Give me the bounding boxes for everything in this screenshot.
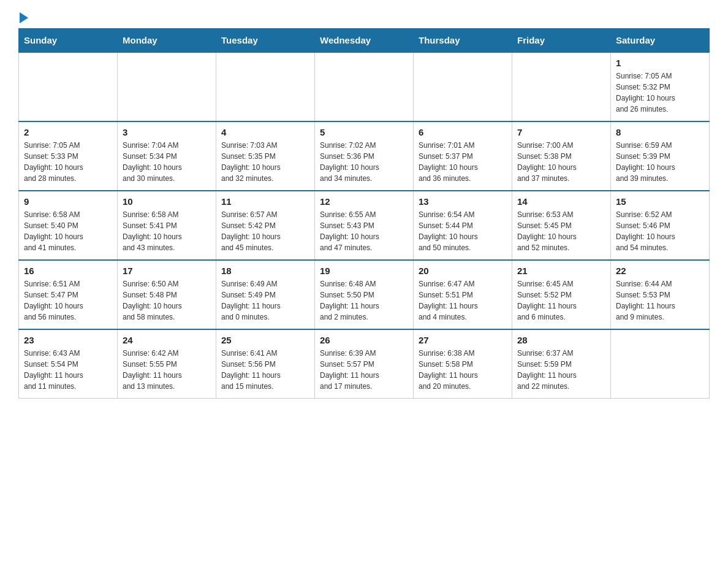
calendar-cell [315, 52, 414, 121]
day-number: 14 [517, 196, 605, 207]
calendar-table: SundayMondayTuesdayWednesdayThursdayFrid… [18, 28, 710, 399]
calendar-cell: 2Sunrise: 7:05 AM Sunset: 5:33 PM Daylig… [19, 121, 118, 191]
calendar-cell: 15Sunrise: 6:52 AM Sunset: 5:46 PM Dayli… [611, 191, 710, 260]
day-number: 4 [221, 127, 309, 137]
calendar-cell: 11Sunrise: 6:57 AM Sunset: 5:42 PM Dayli… [216, 191, 315, 260]
calendar-cell: 6Sunrise: 7:01 AM Sunset: 5:37 PM Daylig… [414, 121, 512, 191]
day-number: 24 [123, 335, 211, 345]
day-number: 2 [24, 127, 112, 137]
day-info: Sunrise: 7:04 AM Sunset: 5:34 PM Dayligh… [123, 140, 211, 184]
week-row-4: 16Sunrise: 6:51 AM Sunset: 5:47 PM Dayli… [19, 260, 710, 329]
calendar-cell: 17Sunrise: 6:50 AM Sunset: 5:48 PM Dayli… [118, 260, 216, 329]
day-number: 23 [24, 335, 112, 345]
day-info: Sunrise: 6:57 AM Sunset: 5:42 PM Dayligh… [221, 209, 309, 253]
column-header-saturday: Saturday [611, 29, 710, 53]
day-info: Sunrise: 7:01 AM Sunset: 5:37 PM Dayligh… [419, 140, 507, 184]
day-info: Sunrise: 7:05 AM Sunset: 5:32 PM Dayligh… [616, 71, 704, 115]
calendar-cell [414, 52, 512, 121]
day-info: Sunrise: 6:54 AM Sunset: 5:44 PM Dayligh… [419, 209, 507, 253]
calendar-cell: 7Sunrise: 7:00 AM Sunset: 5:38 PM Daylig… [512, 121, 611, 191]
day-info: Sunrise: 6:58 AM Sunset: 5:40 PM Dayligh… [24, 209, 112, 253]
day-number: 13 [419, 196, 507, 207]
day-number: 28 [517, 335, 605, 345]
day-info: Sunrise: 6:49 AM Sunset: 5:49 PM Dayligh… [221, 278, 309, 323]
day-number: 3 [123, 127, 211, 137]
calendar-cell: 1Sunrise: 7:05 AM Sunset: 5:32 PM Daylig… [611, 52, 710, 121]
column-header-friday: Friday [512, 29, 611, 53]
week-row-2: 2Sunrise: 7:05 AM Sunset: 5:33 PM Daylig… [19, 121, 710, 191]
day-info: Sunrise: 6:41 AM Sunset: 5:56 PM Dayligh… [221, 348, 309, 392]
day-info: Sunrise: 6:37 AM Sunset: 5:59 PM Dayligh… [517, 348, 605, 392]
page-header [18, 12, 710, 22]
calendar-cell: 23Sunrise: 6:43 AM Sunset: 5:54 PM Dayli… [19, 329, 118, 399]
calendar-cell: 21Sunrise: 6:45 AM Sunset: 5:52 PM Dayli… [512, 260, 611, 329]
week-row-3: 9Sunrise: 6:58 AM Sunset: 5:40 PM Daylig… [19, 191, 710, 260]
day-info: Sunrise: 6:44 AM Sunset: 5:53 PM Dayligh… [616, 278, 704, 323]
calendar-cell: 8Sunrise: 6:59 AM Sunset: 5:39 PM Daylig… [611, 121, 710, 191]
calendar-cell: 16Sunrise: 6:51 AM Sunset: 5:47 PM Dayli… [19, 260, 118, 329]
day-number: 5 [320, 127, 408, 137]
day-info: Sunrise: 6:59 AM Sunset: 5:39 PM Dayligh… [616, 140, 704, 184]
calendar-cell: 9Sunrise: 6:58 AM Sunset: 5:40 PM Daylig… [19, 191, 118, 260]
day-info: Sunrise: 7:02 AM Sunset: 5:36 PM Dayligh… [320, 140, 408, 184]
day-info: Sunrise: 6:50 AM Sunset: 5:48 PM Dayligh… [123, 278, 211, 323]
day-info: Sunrise: 6:48 AM Sunset: 5:50 PM Dayligh… [320, 278, 408, 323]
day-info: Sunrise: 6:38 AM Sunset: 5:58 PM Dayligh… [419, 348, 507, 392]
day-info: Sunrise: 7:03 AM Sunset: 5:35 PM Dayligh… [221, 140, 309, 184]
column-header-thursday: Thursday [414, 29, 512, 53]
calendar-cell: 28Sunrise: 6:37 AM Sunset: 5:59 PM Dayli… [512, 329, 611, 399]
day-number: 6 [419, 127, 507, 137]
day-info: Sunrise: 6:51 AM Sunset: 5:47 PM Dayligh… [24, 278, 112, 323]
calendar-cell: 22Sunrise: 6:44 AM Sunset: 5:53 PM Dayli… [611, 260, 710, 329]
calendar-cell: 4Sunrise: 7:03 AM Sunset: 5:35 PM Daylig… [216, 121, 315, 191]
calendar-header-row: SundayMondayTuesdayWednesdayThursdayFrid… [19, 29, 710, 53]
calendar-cell: 27Sunrise: 6:38 AM Sunset: 5:58 PM Dayli… [414, 329, 512, 399]
calendar-cell [19, 52, 118, 121]
column-header-monday: Monday [118, 29, 216, 53]
day-info: Sunrise: 7:05 AM Sunset: 5:33 PM Dayligh… [24, 140, 112, 184]
calendar-cell: 10Sunrise: 6:58 AM Sunset: 5:41 PM Dayli… [118, 191, 216, 260]
day-info: Sunrise: 7:00 AM Sunset: 5:38 PM Dayligh… [517, 140, 605, 184]
calendar-cell: 3Sunrise: 7:04 AM Sunset: 5:34 PM Daylig… [118, 121, 216, 191]
calendar-cell [118, 52, 216, 121]
day-info: Sunrise: 6:58 AM Sunset: 5:41 PM Dayligh… [123, 209, 211, 253]
logo [18, 12, 28, 22]
day-number: 26 [320, 335, 408, 345]
day-number: 21 [517, 266, 605, 276]
day-number: 10 [123, 196, 211, 207]
column-header-sunday: Sunday [19, 29, 118, 53]
calendar-cell: 24Sunrise: 6:42 AM Sunset: 5:55 PM Dayli… [118, 329, 216, 399]
calendar-cell: 20Sunrise: 6:47 AM Sunset: 5:51 PM Dayli… [414, 260, 512, 329]
day-number: 9 [24, 196, 112, 207]
calendar-cell: 18Sunrise: 6:49 AM Sunset: 5:49 PM Dayli… [216, 260, 315, 329]
column-header-tuesday: Tuesday [216, 29, 315, 53]
day-info: Sunrise: 6:43 AM Sunset: 5:54 PM Dayligh… [24, 348, 112, 392]
day-number: 22 [616, 266, 704, 276]
day-number: 25 [221, 335, 309, 345]
week-row-1: 1Sunrise: 7:05 AM Sunset: 5:32 PM Daylig… [19, 52, 710, 121]
day-number: 17 [123, 266, 211, 276]
day-number: 20 [419, 266, 507, 276]
calendar-cell [216, 52, 315, 121]
day-info: Sunrise: 6:47 AM Sunset: 5:51 PM Dayligh… [419, 278, 507, 323]
logo-flag-icon [20, 12, 28, 23]
column-header-wednesday: Wednesday [315, 29, 414, 53]
calendar-cell: 13Sunrise: 6:54 AM Sunset: 5:44 PM Dayli… [414, 191, 512, 260]
calendar-cell: 14Sunrise: 6:53 AM Sunset: 5:45 PM Dayli… [512, 191, 611, 260]
day-info: Sunrise: 6:45 AM Sunset: 5:52 PM Dayligh… [517, 278, 605, 323]
week-row-5: 23Sunrise: 6:43 AM Sunset: 5:54 PM Dayli… [19, 329, 710, 399]
day-info: Sunrise: 6:39 AM Sunset: 5:57 PM Dayligh… [320, 348, 408, 392]
day-number: 27 [419, 335, 507, 345]
day-info: Sunrise: 6:53 AM Sunset: 5:45 PM Dayligh… [517, 209, 605, 253]
day-number: 18 [221, 266, 309, 276]
day-number: 1 [616, 58, 704, 68]
logo-general-text [18, 12, 28, 25]
calendar-cell [512, 52, 611, 121]
day-number: 19 [320, 266, 408, 276]
day-number: 7 [517, 127, 605, 137]
calendar-cell: 5Sunrise: 7:02 AM Sunset: 5:36 PM Daylig… [315, 121, 414, 191]
calendar-cell [611, 329, 710, 399]
day-info: Sunrise: 6:55 AM Sunset: 5:43 PM Dayligh… [320, 209, 408, 253]
calendar-cell: 19Sunrise: 6:48 AM Sunset: 5:50 PM Dayli… [315, 260, 414, 329]
day-number: 11 [221, 196, 309, 207]
